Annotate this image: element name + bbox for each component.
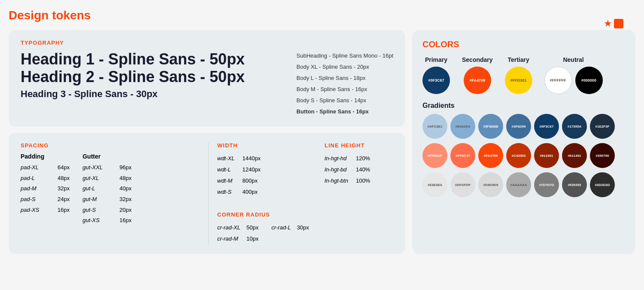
lh-name: ln-hgt-hd — [325, 153, 348, 164]
spacing-label: SPACING — [21, 142, 200, 149]
gradient-circle: #FF8D6F — [422, 143, 447, 168]
gutter-name: gut-XXL — [82, 162, 112, 173]
heading2: Heading 2 - Spline Sans - 50px — [21, 68, 279, 85]
gutter-value: 48px — [119, 173, 131, 184]
lh-value: 120% — [356, 153, 370, 164]
lh-name: ln-hgt-bd — [325, 164, 348, 175]
color-column: Tertiary#FFD301 — [505, 56, 532, 94]
heading3: Heading 3 - Spline Sans - 30px — [21, 89, 279, 100]
spacing-row: gut-XL48px — [82, 173, 131, 184]
gutter-name: gut-L — [82, 183, 112, 194]
logo-icon: ★ — [604, 18, 623, 29]
spacing-name: pad-XS — [21, 205, 51, 216]
gradient-circle: #912301 — [534, 143, 559, 168]
spacing-value: 64px — [58, 162, 70, 173]
gradient-circle: #84ADD4 — [450, 114, 475, 139]
gradient-circle: #DFDFDF — [450, 172, 475, 197]
gradient-circle: #7D7D7D — [534, 172, 559, 197]
gradient-row: #E6E6E6#DFDFDF#D9D9D9#AAAAAA#7D7D7D#5353… — [422, 172, 625, 197]
typography-label: TYPOGRAPHY — [21, 40, 393, 46]
typography-list: SubHeading - Spline Sans Mono - 16ptBody… — [297, 50, 393, 117]
gradient-circle: #FF6C47 — [450, 143, 475, 168]
color-column: Secondary#FA4709 — [462, 56, 493, 94]
gradient-circle: #AFC9E1 — [422, 114, 447, 139]
typo-list-item: Body XL - Spline Sans - 20px — [297, 61, 393, 73]
cr-name: cr-rad-M — [217, 233, 240, 244]
gutter-name: gut-M — [82, 194, 112, 205]
heading1: Heading 1 - Spline Sans - 50px — [21, 50, 279, 68]
spacing-section: SPACING Padding pad-XL64pxpad-L48pxpad-M… — [21, 142, 200, 244]
color-circle: #FA4709 — [464, 67, 491, 94]
typo-list-item: Body M - Spline Sans - 16px — [297, 84, 393, 95]
gutter-value: 20px — [119, 205, 131, 216]
gutter-name: gut-S — [82, 205, 112, 216]
line-height-label: LINE HEIGHT — [325, 142, 393, 149]
square-icon — [614, 19, 623, 28]
left-panel: TYPOGRAPHY Heading 1 - Spline Sans - 50p… — [9, 30, 405, 254]
typography-card: TYPOGRAPHY Heading 1 - Spline Sans - 50p… — [9, 30, 405, 127]
padding-header: Padding — [21, 153, 70, 160]
gradient-circle: #0F3C67 — [534, 114, 559, 139]
gutter-name: gut-XS — [82, 215, 112, 226]
gutter-col: Gutter gut-XXL96pxgut-XL48pxgut-L40pxgut… — [82, 153, 131, 226]
spacing-row: gut-XXL96px — [82, 162, 131, 173]
colors-panel: COLORS Primary#0F3C67Secondary#FA4709Ter… — [412, 30, 635, 254]
width-section: WIDTH wdt-XLwdt-Lwdt-Mwdt-S1440px1240px8… — [217, 142, 303, 198]
corner-radius-section: CORNER RADIUS cr-rad-XLcr-rad-M50px10pxc… — [217, 211, 393, 244]
gradient-circle: #611401 — [562, 143, 587, 168]
star-icon: ★ — [604, 18, 612, 29]
typo-list-item: SubHeading - Spline Sans Mono - 16pt — [297, 50, 393, 61]
spacing-row: gut-XS16px — [82, 215, 131, 226]
typo-list-item: Button - Spline Sans - 16px — [297, 106, 393, 117]
gradient-circle: #AAAAAA — [506, 172, 531, 197]
typo-list-item: Body L - Spline Sans - 18px — [297, 73, 393, 84]
width-name: wdt-S — [217, 186, 234, 198]
color-circle: #0F3C67 — [422, 67, 450, 94]
corner-radius-label: CORNER RADIUS — [217, 211, 393, 218]
color-column-header: Neutral — [563, 56, 583, 63]
colors-title: COLORS — [422, 40, 625, 49]
gradient-row: #FF8D6F#FF6C47#FA4709#C43303#912301#6114… — [422, 143, 625, 168]
spacing-row: gut-S20px — [82, 205, 131, 216]
gradient-circle: #3F6D99 — [506, 114, 531, 139]
spacing-name: pad-XL — [21, 162, 51, 173]
width-value: 400px — [242, 186, 261, 198]
gradient-circle: #1E2F3F — [590, 114, 615, 139]
spacing-name: pad-L — [21, 173, 51, 184]
spacing-name: pad-S — [21, 194, 51, 205]
gradients-title: Gradients — [422, 102, 625, 110]
color-circle: #FFFFFF — [544, 67, 572, 94]
width-name: wdt-L — [217, 164, 234, 175]
spacing-row: pad-XL64px — [21, 162, 70, 173]
spacing-value: 32px — [58, 183, 70, 194]
spacing-row: pad-S24px — [21, 194, 70, 205]
typo-list-item: Body S - Spline Sans - 14px — [297, 95, 393, 106]
gutter-value: 16px — [119, 215, 131, 226]
cr-value: 10px — [246, 233, 258, 244]
color-column-header: Primary — [425, 56, 447, 63]
width-value: 1240px — [242, 164, 261, 175]
cr-name: cr-rad-XL — [217, 222, 240, 233]
spacing-name: pad-M — [21, 183, 51, 194]
gradient-circle: #D9D9D9 — [478, 172, 503, 197]
lh-name: ln-hgt-btn — [325, 175, 348, 186]
color-column: Primary#0F3C67 — [422, 56, 450, 94]
gradient-circle: #17395A — [562, 114, 587, 139]
width-name: wdt-XL — [217, 153, 234, 164]
lh-value: 100% — [356, 175, 370, 186]
gutter-header: Gutter — [82, 153, 131, 160]
spacing-value: 16px — [58, 205, 70, 216]
gradient-row: #AFC9E1#84ADD4#5F8EBB#3F6D99#0F3C67#1739… — [422, 114, 625, 139]
color-column-header: Tertiary — [507, 56, 529, 63]
width-label: WIDTH — [217, 142, 303, 149]
color-column: Neutral#FFFFFF#000000 — [544, 56, 603, 94]
cr-value: 30px — [297, 222, 309, 233]
gradient-circle: #E6E6E6 — [422, 172, 447, 197]
typography-headings: Heading 1 - Spline Sans - 50px Heading 2… — [21, 50, 279, 100]
right-tokens: WIDTH wdt-XLwdt-Lwdt-Mwdt-S1440px1240px8… — [217, 142, 393, 244]
spacing-row: gut-L40px — [82, 183, 131, 194]
page-title: Design tokens — [9, 9, 635, 22]
cr-name: cr-rad-L — [271, 222, 291, 233]
padding-col: Padding pad-XL64pxpad-L48pxpad-M32pxpad-… — [21, 153, 70, 226]
width-value: 1440px — [242, 153, 261, 164]
